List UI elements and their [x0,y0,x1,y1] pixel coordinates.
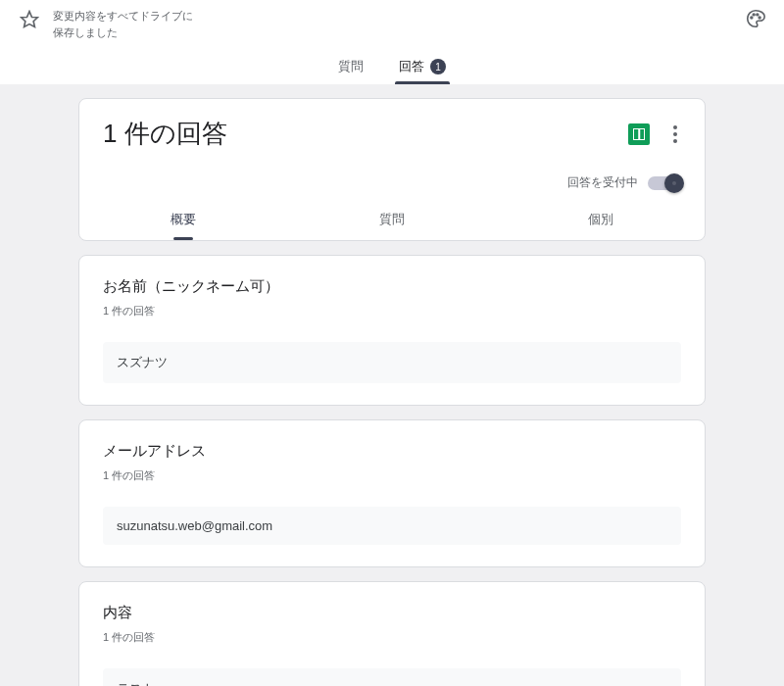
response-count: 1 件の回答 [103,630,681,645]
palette-icon[interactable] [745,8,766,29]
question-title: メールアドレス [103,442,681,461]
question-card: お名前（ニックネーム可） 1 件の回答 スズナツ [78,255,706,406]
save-status: 変更内容をすべてドライブに 保存しました [53,8,193,40]
question-card: 内容 1 件の回答 テスト [78,581,706,686]
svg-marker-0 [22,12,38,27]
tab-responses[interactable]: 回答 1 [399,49,446,84]
response-count: 1 件の回答 [103,468,681,483]
responses-count-badge: 1 [430,59,446,74]
svg-point-2 [753,14,755,16]
sub-tab-question[interactable]: 質問 [288,201,497,240]
answer-value: スズナツ [103,342,681,383]
sub-tab-individual[interactable]: 個別 [496,201,705,240]
star-icon[interactable] [20,10,39,29]
answer-value: テスト [103,668,681,686]
sub-tab-summary[interactable]: 概要 [79,201,288,240]
responses-header-card: 1 件の回答 回答を受付中 概要 質問 個別 [78,98,706,241]
answer-value: suzunatsu.web@gmail.com [103,507,681,545]
tab-questions[interactable]: 質問 [338,49,364,84]
responses-title: 1 件の回答 [103,117,628,151]
sub-tabs: 概要 質問 個別 [79,201,705,240]
svg-point-4 [759,17,760,19]
svg-point-1 [751,17,753,19]
question-card: メールアドレス 1 件の回答 suzunatsu.web@gmail.com [78,419,706,567]
question-title: お名前（ニックネーム可） [103,277,681,296]
top-bar: 変更内容をすべてドライブに 保存しました 質問 回答 1 [0,0,784,84]
more-menu-icon[interactable] [669,122,681,147]
accepting-toggle[interactable] [648,176,681,190]
sheets-icon[interactable] [628,123,650,145]
question-title: 内容 [103,604,681,622]
response-count: 1 件の回答 [103,304,681,318]
svg-point-3 [757,14,759,16]
accepting-label: 回答を受付中 [567,174,638,191]
main-tabs: 質問 回答 1 [0,49,784,84]
